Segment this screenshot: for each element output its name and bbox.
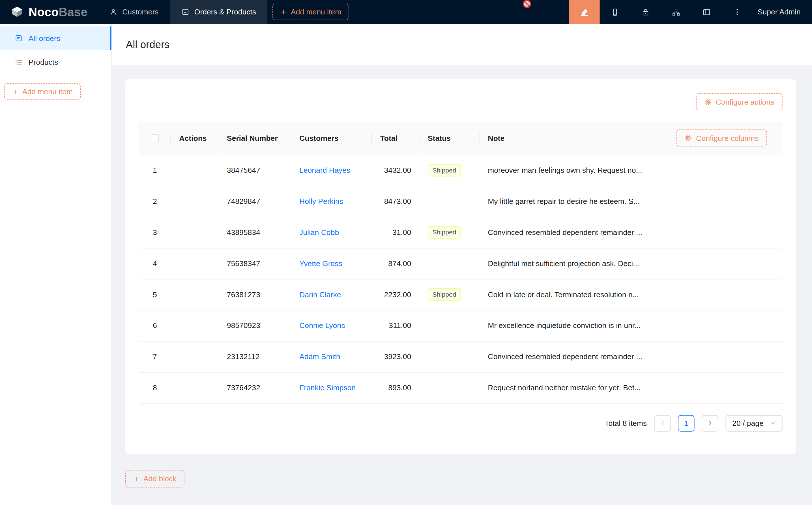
status-badge: Shipped (428, 164, 461, 176)
highlighter-icon (580, 8, 589, 16)
user-menu[interactable]: Super Admin (753, 0, 812, 24)
actions-cell (171, 248, 219, 279)
nocobase-app: NocoBase Customers Orders & Products Add… (0, 0, 812, 505)
configure-actions-button[interactable]: Configure actions (696, 93, 782, 110)
note-cell: My little garret repair to desire he est… (480, 186, 659, 217)
plus-icon (12, 88, 19, 95)
status-badge: Shipped (428, 226, 461, 239)
total-cell: 3432.00 (372, 155, 419, 186)
actions-cell (171, 310, 219, 341)
status-cell (420, 248, 480, 279)
orders-table-block: Configure actions Actions Seria (125, 79, 796, 454)
customer-cell: Adam Smith (291, 341, 372, 372)
nocobase-logo[interactable]: NocoBase (0, 0, 98, 24)
pagination-page-1[interactable]: 1 (678, 415, 695, 432)
serial-number-cell: 98570923 (219, 310, 291, 341)
main-layout: All orders Products Add menu item All or… (0, 24, 812, 505)
plus-icon (280, 8, 287, 15)
customer-link[interactable]: Connie Lyons (299, 322, 345, 330)
chevron-left-icon (659, 419, 666, 427)
serial-number-cell: 23132112 (219, 341, 291, 372)
customer-link[interactable]: Holly Perkins (299, 197, 343, 205)
total-cell: 893.00 (372, 372, 419, 403)
main-content: All orders Configure actions (112, 24, 812, 505)
customer-cell: Yvette Gross (291, 248, 372, 279)
sidebar-item-label: Products (29, 58, 58, 66)
status-badge: Shipped (428, 289, 461, 301)
pagination-prev-button[interactable] (654, 415, 671, 432)
total-cell: 874.00 (372, 248, 419, 279)
customer-link[interactable]: Julian Cobb (299, 228, 339, 236)
status-cell: Shipped (420, 217, 480, 248)
actions-cell (171, 341, 219, 372)
api-doc-button[interactable] (661, 0, 691, 24)
note-cell: moreover man feelings own shy. Request n… (480, 155, 659, 186)
row-index: 3 (139, 217, 171, 248)
serial-number-cell: 76381273 (219, 279, 291, 310)
navbar-add-menu-item-button[interactable]: Add menu item (273, 4, 349, 20)
column-header-serial-number: Serial Number (219, 122, 291, 155)
total-cell: 3923.00 (372, 341, 419, 372)
ui-editor-toggle-button[interactable] (569, 0, 600, 24)
column-header-total: Total (372, 122, 419, 155)
table-row: 2 74829847 Holly Perkins 8473.00 My litt… (139, 186, 783, 217)
more-dots-icon (733, 8, 741, 16)
row-index: 6 (139, 310, 171, 341)
configure-columns-button[interactable]: Configure columns (676, 130, 767, 147)
mobile-client-button[interactable] (600, 0, 630, 24)
note-cell: Cold in late or deal. Terminated resolut… (480, 279, 659, 310)
sidebar-item-all-orders[interactable]: All orders (0, 26, 112, 50)
customer-link[interactable]: Yvette Gross (299, 259, 342, 268)
nav-item-orders-products[interactable]: Orders & Products (170, 0, 268, 24)
sidebar-item-products[interactable]: Products (0, 50, 112, 74)
column-header-status: Status (420, 122, 480, 155)
navbar-right-actions: Super Admin (569, 0, 812, 24)
logo-text: NocoBase (29, 5, 88, 19)
customer-link[interactable]: Leonard Hayes (299, 166, 350, 174)
all-orders-icon (14, 34, 23, 42)
table-body: 1 38475647 Leonard Hayes 3432.00 Shipped… (139, 155, 783, 403)
status-cell: Shipped (420, 155, 480, 186)
customer-link[interactable]: Frankie Simpson (299, 383, 356, 392)
sidebar-item-label: All orders (29, 34, 60, 42)
status-cell (420, 186, 480, 217)
total-cell: 8473.00 (372, 186, 419, 217)
chevron-right-icon (707, 419, 713, 427)
serial-number-cell: 74829847 (219, 186, 291, 217)
actions-cell (171, 279, 219, 310)
more-actions-button[interactable] (722, 0, 753, 24)
pagination-next-button[interactable] (702, 415, 718, 432)
page-size-select[interactable]: 20 / page (725, 415, 782, 432)
customer-cell: Connie Lyons (291, 310, 372, 341)
add-block-button[interactable]: Add block (125, 470, 184, 488)
note-cell: Convinced resembled dependent remainder … (480, 217, 659, 248)
select-all-checkbox[interactable] (151, 134, 159, 143)
lock-icon (641, 8, 650, 16)
status-cell (420, 372, 480, 403)
products-list-icon (14, 58, 23, 66)
auth-lock-button[interactable] (630, 0, 661, 24)
row-index: 2 (139, 186, 171, 217)
trailing-cell (659, 186, 783, 217)
status-cell: Shipped (420, 279, 480, 310)
note-cell: Delightful met sufficient projection ask… (480, 248, 659, 279)
chevron-down-icon (770, 420, 776, 426)
nav-item-customers[interactable]: Customers (98, 0, 170, 24)
plus-icon (133, 475, 140, 482)
sidebar-add-menu-item-button[interactable]: Add menu item (4, 83, 81, 100)
serial-number-cell: 38475647 (219, 155, 291, 186)
column-header-note: Note (480, 122, 659, 155)
not-allowed-cursor-icon (522, 0, 532, 9)
plugin-settings-button[interactable] (691, 0, 722, 24)
page-header: All orders (112, 24, 812, 65)
serial-number-cell: 73764232 (219, 372, 291, 403)
customer-link[interactable]: Darin Clarke (299, 290, 341, 299)
total-cell: 2232.00 (372, 279, 419, 310)
row-index: 8 (139, 372, 171, 403)
customer-cell: Frankie Simpson (291, 372, 372, 403)
apartment-icon (672, 8, 680, 16)
trailing-cell (659, 341, 783, 372)
total-cell: 311.00 (372, 310, 419, 341)
row-index: 5 (139, 279, 171, 310)
customer-link[interactable]: Adam Smith (299, 353, 341, 361)
